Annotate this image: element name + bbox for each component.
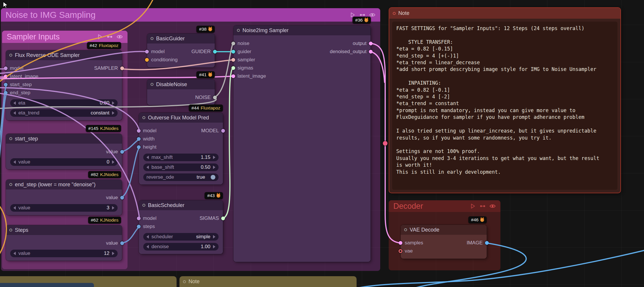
steps-port[interactable]: [137, 225, 141, 229]
play-group-icon[interactable]: [470, 203, 476, 209]
decrement-arrow-icon[interactable]: [13, 160, 16, 164]
collapse-dot-icon[interactable]: [237, 29, 240, 32]
note-text[interactable]: FAST SETTINGS for "Sampler Inputs": 12 S…: [392, 22, 617, 190]
widget-denoise[interactable]: denoise 1.00: [143, 243, 219, 251]
value-port[interactable]: [120, 241, 124, 245]
collapse-dot-icon[interactable]: [142, 116, 145, 119]
collapse-dot-icon[interactable]: [151, 83, 153, 86]
height-port[interactable]: [137, 145, 141, 149]
node-steps[interactable]: Steps value value 12: [6, 225, 122, 261]
end-step-port[interactable]: [4, 91, 8, 95]
node-header[interactable]: DisableNoise: [147, 79, 215, 89]
model-port[interactable]: [221, 129, 225, 133]
node-header[interactable]: Noise2Img Sampler: [233, 25, 371, 35]
sampler-port[interactable]: [231, 58, 235, 62]
samples-port[interactable]: [399, 241, 402, 245]
decrement-arrow-icon[interactable]: [146, 245, 149, 248]
collapse-dot-icon[interactable]: [9, 137, 12, 140]
node-flux-reverse-ode-sampler[interactable]: Flux Reverse ODE Sampler model SAMPLER l…: [6, 50, 122, 120]
collapse-dot-icon[interactable]: [9, 54, 12, 57]
noise-port[interactable]: [213, 96, 217, 100]
increment-arrow-icon[interactable]: [213, 245, 215, 248]
widget-max-shift[interactable]: max_shift 1.15: [143, 154, 219, 161]
widget-eta-trend[interactable]: eta_trend constant: [10, 109, 118, 117]
collapse-dot-icon[interactable]: [151, 37, 153, 40]
node-header[interactable]: Flux Reverse ODE Sampler: [6, 50, 122, 60]
group-title-bar[interactable]: Noise to IMG Sampling: [1, 8, 380, 22]
decrement-arrow-icon[interactable]: [146, 235, 149, 239]
output-port[interactable]: [369, 42, 373, 46]
sampler-port[interactable]: [120, 67, 124, 70]
latent-image-port[interactable]: [231, 74, 235, 78]
increment-arrow-icon[interactable]: [213, 235, 215, 239]
increment-arrow-icon[interactable]: [112, 160, 114, 164]
toggle-knob-icon[interactable]: [211, 175, 215, 180]
increment-arrow-icon[interactable]: [213, 156, 215, 159]
node-end-step[interactable]: end_step (lower = more "denoise") value …: [6, 180, 122, 215]
vae-port[interactable]: [399, 249, 402, 253]
comfyui-canvas[interactable]: { "groups": { "main": {"title": "Noise t…: [0, 0, 644, 287]
node-header[interactable]: Note: [389, 8, 620, 19]
model-port[interactable]: [4, 67, 8, 70]
start-step-port[interactable]: [4, 83, 8, 87]
decrement-arrow-icon[interactable]: [146, 156, 149, 159]
sigmas-port[interactable]: [231, 66, 235, 70]
increment-arrow-icon[interactable]: [112, 206, 114, 210]
increment-arrow-icon[interactable]: [112, 111, 114, 115]
widget-value[interactable]: value 3: [10, 204, 118, 212]
collapse-dot-icon[interactable]: [404, 228, 407, 231]
eye-icon[interactable]: [116, 34, 123, 40]
increment-arrow-icon[interactable]: [213, 166, 215, 169]
guider-port[interactable]: [231, 50, 235, 54]
node-basic-scheduler[interactable]: BasicScheduler model SIGMAS steps schedu…: [139, 200, 223, 254]
conditioning-port[interactable]: [145, 58, 149, 62]
decrement-arrow-icon[interactable]: [146, 166, 149, 169]
collapse-dot-icon[interactable]: [142, 204, 145, 207]
increment-arrow-icon[interactable]: [112, 252, 114, 255]
noise-port[interactable]: [231, 42, 235, 46]
widget-eta[interactable]: eta 0.80: [10, 99, 118, 107]
group-title-bar[interactable]: Sampler Inputs: [2, 31, 128, 43]
node-header[interactable]: BasicGuider: [147, 34, 215, 44]
widget-value[interactable]: value 0: [10, 158, 118, 166]
collapse-dot-icon[interactable]: [9, 183, 12, 186]
node-header[interactable]: end_step (lower = more "denoise"): [6, 180, 122, 189]
collapse-dot-icon[interactable]: [9, 229, 12, 232]
node-note-partial[interactable]: Note: [179, 276, 357, 287]
node-header[interactable]: Steps: [6, 225, 122, 235]
image-port[interactable]: [485, 241, 489, 245]
denoised-output-port[interactable]: [369, 50, 373, 54]
node-note[interactable]: Note FAST SETTINGS for "Sampler Inputs":…: [389, 7, 621, 193]
widget-reverse-ode-toggle[interactable]: reverse_ode true: [143, 173, 219, 181]
decrement-arrow-icon[interactable]: [13, 206, 16, 210]
link-icon[interactable]: [107, 34, 113, 40]
latent-image-port[interactable]: [4, 75, 8, 79]
node-header[interactable]: VAE Decode: [401, 225, 487, 235]
widget-scheduler[interactable]: scheduler simple: [143, 233, 219, 241]
collapse-dot-icon[interactable]: [393, 12, 396, 15]
decrement-arrow-icon[interactable]: [13, 252, 16, 255]
widget-base-shift[interactable]: base_shift 0.50: [143, 163, 219, 171]
value-port[interactable]: [120, 150, 124, 154]
play-group-icon[interactable]: [97, 34, 103, 40]
widget-value[interactable]: value 12: [10, 250, 118, 257]
eye-icon[interactable]: [489, 203, 496, 209]
node-header[interactable]: start_step: [6, 134, 122, 144]
link-icon[interactable]: [479, 203, 486, 209]
model-port[interactable]: [137, 217, 141, 220]
value-port[interactable]: [120, 196, 124, 200]
group-title-bar[interactable]: Decoder: [389, 200, 500, 212]
node-header[interactable]: Outverse Flux Model Pred: [139, 113, 223, 123]
node-vae-decode[interactable]: VAE Decode samples IMAGE vae: [401, 225, 487, 259]
node-basic-guider[interactable]: BasicGuider model GUIDER conditioning: [147, 34, 215, 67]
reroute-dot[interactable]: [383, 141, 388, 146]
decrement-arrow-icon[interactable]: [13, 101, 16, 105]
node-header[interactable]: Note: [179, 276, 357, 287]
collapse-dot-icon[interactable]: [183, 280, 186, 283]
node-disable-noise[interactable]: DisableNoise NOISE: [147, 79, 215, 105]
model-port[interactable]: [145, 50, 149, 54]
width-port[interactable]: [137, 137, 141, 141]
sigmas-port[interactable]: [221, 217, 225, 220]
decrement-arrow-icon[interactable]: [13, 111, 16, 115]
node-outverse-flux-model-pred[interactable]: Outverse Flux Model Pred model MODEL wid…: [139, 113, 223, 185]
